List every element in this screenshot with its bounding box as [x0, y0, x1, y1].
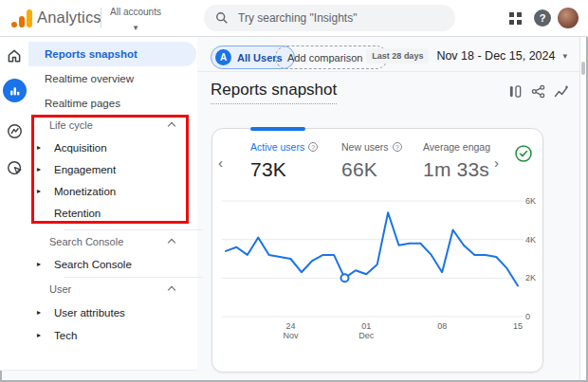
sidebar-item-acquisition[interactable]: ▸ Acquisition — [28, 136, 197, 158]
carousel-tab-indicator — [250, 127, 305, 131]
section-header-search-console[interactable]: Search Console — [28, 231, 197, 252]
help-icon[interactable]: ? — [534, 9, 551, 27]
search-icon — [215, 11, 229, 25]
sidebar-item-label: User attributes — [54, 307, 125, 318]
main-content: A All Users Add comparison + Last 28 day… — [197, 37, 582, 382]
search-bar[interactable] — [204, 5, 455, 31]
metric-active-users[interactable]: Active users ? 73K — [250, 141, 318, 181]
explore-icon[interactable] — [0, 122, 28, 140]
page-title: Reports snapshot — [211, 81, 337, 104]
date-preset-chip: Last 28 days — [366, 48, 429, 64]
sidebar-item-label: Realtime overview — [45, 73, 134, 84]
section-title: User — [49, 283, 71, 295]
metric-label: Active users — [250, 141, 304, 153]
sidebar-item-search-console[interactable]: ▸ Search Console — [28, 253, 197, 275]
active-users-line-chart: 02K4K6K24Nov01Dec0815 — [212, 184, 544, 353]
sidebar-item-tech[interactable]: ▸ Tech — [28, 324, 197, 346]
insights-icon[interactable] — [553, 83, 569, 100]
date-range-text: Nov 18 - Dec 15, 2024 — [436, 49, 555, 63]
analytics-logo-icon — [11, 9, 32, 27]
app-header: Analytics All accounts ▾ ? — [0, 0, 588, 37]
share-icon[interactable] — [530, 83, 546, 100]
carousel-chevron-left-icon[interactable]: ‹ — [218, 155, 223, 171]
segment-a-badge: A — [215, 49, 231, 65]
svg-text:Dec: Dec — [358, 331, 375, 340]
svg-text:01: 01 — [361, 321, 371, 331]
sidebar-item-realtime-pages[interactable]: Realtime pages — [28, 91, 197, 116]
logo-bar — [19, 16, 25, 27]
grid-square — [509, 20, 514, 25]
svg-text:2K: 2K — [525, 273, 536, 282]
sidebar-item-label: Engagement — [54, 164, 116, 175]
scrollbar-thumb[interactable] — [581, 62, 585, 75]
grid-square — [517, 12, 522, 17]
triangle-right-icon: ▸ — [37, 143, 41, 152]
sidebar-divider — [64, 277, 203, 278]
customize-report-icon[interactable] — [507, 83, 524, 100]
sidebar-item-engagement[interactable]: ▸ Engagement — [28, 158, 197, 180]
sidebar-item-monetization[interactable]: ▸ Monetization — [28, 180, 197, 202]
chevron-up-icon — [168, 239, 175, 246]
svg-text:24: 24 — [285, 321, 295, 331]
metric-value: 1m 33s — [423, 158, 495, 181]
svg-text:6K: 6K — [525, 196, 536, 206]
triangle-right-icon: ▸ — [37, 331, 41, 339]
metric-label: New users — [341, 141, 389, 153]
svg-text:15: 15 — [513, 321, 523, 331]
account-label: All accounts — [110, 7, 161, 17]
avatar[interactable] — [558, 8, 579, 28]
caret-down-icon: ▾ — [134, 23, 138, 32]
vertical-scrollbar[interactable] — [579, 37, 586, 380]
sidebar-item-reports-snapshot[interactable]: Reports snapshot — [28, 42, 196, 66]
overview-card: ‹ Active users ? 73K New users ? 66K Ave… — [211, 128, 543, 373]
logo-dot — [11, 22, 17, 27]
section-title: Search Console — [49, 236, 123, 247]
section-header-life-cycle[interactable]: Life cycle — [28, 115, 197, 136]
sidebar-item-user-attributes[interactable]: ▸ User attributes — [28, 301, 197, 323]
reports-selected-circle — [3, 79, 27, 102]
logo-bar — [27, 9, 32, 27]
reports-icon[interactable] — [0, 79, 28, 102]
account-switcher[interactable]: All accounts ▾ — [110, 7, 161, 34]
svg-text:0: 0 — [525, 312, 530, 321]
advertising-icon[interactable] — [0, 159, 28, 177]
data-quality-check-icon[interactable] — [514, 144, 533, 163]
svg-text:Nov: Nov — [283, 331, 299, 340]
sidebar-divider — [64, 229, 203, 230]
report-actions — [507, 83, 569, 100]
sidebar-item-realtime-overview[interactable]: Realtime overview — [28, 66, 197, 91]
sidebar-item-label: Reports snapshot — [45, 48, 138, 60]
sidebar-item-label: Realtime pages — [45, 98, 120, 109]
search-input[interactable] — [238, 11, 437, 25]
add-comparison-label: Add comparison — [287, 52, 363, 64]
help-glyph: ? — [540, 12, 546, 24]
metric-label: Average engag — [423, 141, 490, 153]
report-nav-sidebar: Reports snapshot Realtime overview Realt… — [28, 37, 197, 371]
triangle-right-icon: ▸ — [37, 165, 41, 173]
apps-grid-icon[interactable] — [509, 12, 522, 25]
sidebar-item-label: Retention — [54, 208, 101, 219]
section-title: Life cycle — [49, 119, 93, 131]
metric-help-icon[interactable]: ? — [308, 142, 318, 152]
date-range-picker[interactable]: Last 28 days Nov 18 - Dec 15, 2024 ▾ — [366, 48, 567, 64]
toolbar-divider — [197, 71, 582, 72]
grid-square — [517, 20, 522, 25]
metric-new-users[interactable]: New users ? 66K — [341, 141, 402, 181]
ga4-window: Analytics All accounts ▾ ? — [0, 0, 588, 382]
svg-text:08: 08 — [437, 321, 447, 331]
triangle-right-icon: ▸ — [37, 260, 41, 268]
grid-square — [509, 12, 514, 17]
section-header-user[interactable]: User — [28, 279, 197, 300]
triangle-right-icon: ▸ — [37, 308, 41, 317]
caret-down-icon: ▾ — [562, 51, 567, 61]
metric-help-icon[interactable]: ? — [393, 142, 402, 152]
carousel-chevron-right-icon[interactable]: › — [494, 155, 499, 171]
triangle-right-icon: ▸ — [37, 187, 41, 195]
nav-rail — [0, 37, 28, 371]
metric-average-engagement[interactable]: Average engag 1m 33s — [423, 141, 495, 181]
metric-value: 73K — [250, 158, 318, 181]
svg-text:4K: 4K — [525, 235, 536, 245]
home-icon[interactable] — [0, 47, 28, 64]
sidebar-item-label: Acquisition — [54, 142, 107, 154]
sidebar-item-retention[interactable]: Retention — [28, 202, 197, 224]
